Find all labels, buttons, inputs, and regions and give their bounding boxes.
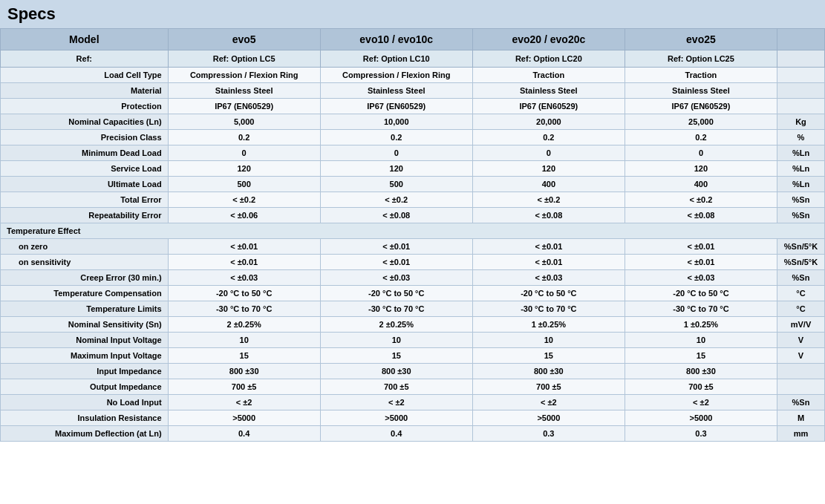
- row-unit-12: %Sn/5°K: [777, 255, 824, 270]
- row-label-20: Output Impedance: [1, 379, 169, 395]
- row-val-16-1: 2 ±0.25%: [320, 317, 472, 333]
- row-val-21-0: < ±2: [168, 395, 320, 410]
- row-val-17-2: 10: [472, 333, 625, 348]
- row-val-8-1: < ±0.2: [320, 192, 472, 208]
- row-val-15-2: -30 °C to 70 °C: [472, 301, 625, 317]
- row-val-17-1: 10: [320, 333, 472, 348]
- col-evo20-header: evo20 / evo20c: [472, 29, 625, 50]
- row-unit-6: %Ln: [777, 161, 824, 177]
- row-val-5-1: 0: [320, 145, 472, 161]
- col-evo5-header: evo5: [168, 29, 320, 50]
- col-evo10-header: evo10 / evo10c: [320, 29, 472, 50]
- row-unit-23: mm: [777, 426, 824, 442]
- row-unit-0: [777, 68, 824, 83]
- row-val-20-1: 700 ±5: [320, 379, 472, 395]
- row-label-21: No Load Input: [1, 395, 169, 410]
- row-val-1-2: Stainless Steel: [472, 83, 625, 99]
- row-val-15-0: -30 °C to 70 °C: [168, 301, 320, 317]
- ref-lc25-header: Ref: Option LC25: [625, 50, 777, 68]
- row-label-13: Creep Error (30 min.): [1, 270, 169, 286]
- row-val-14-0: -20 °C to 50 °C: [168, 286, 320, 301]
- row-val-13-3: < ±0.03: [625, 270, 777, 286]
- row-val-1-1: Stainless Steel: [320, 83, 472, 99]
- row-label-17: Nominal Input Voltage: [1, 333, 169, 348]
- row-val-19-0: 800 ±30: [168, 364, 320, 379]
- row-val-4-0: 0.2: [168, 130, 320, 145]
- col-evo25-header: evo25: [625, 29, 777, 50]
- row-val-11-2: < ±0.01: [472, 239, 625, 255]
- unit-header-empty: [777, 29, 824, 50]
- row-val-7-0: 500: [168, 177, 320, 192]
- row-val-18-3: 15: [625, 348, 777, 364]
- row-val-13-1: < ±0.03: [320, 270, 472, 286]
- row-label-2: Protection: [1, 99, 169, 114]
- row-val-20-2: 700 ±5: [472, 379, 625, 395]
- row-val-2-0: IP67 (EN60529): [168, 99, 320, 114]
- row-unit-20: [777, 379, 824, 395]
- row-val-17-0: 10: [168, 333, 320, 348]
- row-val-18-0: 15: [168, 348, 320, 364]
- row-val-16-3: 1 ±0.25%: [625, 317, 777, 333]
- row-val-6-1: 120: [320, 161, 472, 177]
- row-val-4-2: 0.2: [472, 130, 625, 145]
- row-val-3-0: 5,000: [168, 114, 320, 130]
- row-val-12-2: < ±0.01: [472, 255, 625, 270]
- row-label-12: on sensitivity: [1, 255, 169, 270]
- row-val-14-2: -20 °C to 50 °C: [472, 286, 625, 301]
- row-label-14: Temperature Compensation: [1, 286, 169, 301]
- section-label-10: Temperature Effect: [1, 223, 825, 239]
- row-val-12-1: < ±0.01: [320, 255, 472, 270]
- row-label-18: Maximum Input Voltage: [1, 348, 169, 364]
- ref-lc5-header: Ref: Option LC5: [168, 50, 320, 68]
- row-val-11-3: < ±0.01: [625, 239, 777, 255]
- row-val-19-2: 800 ±30: [472, 364, 625, 379]
- row-val-14-1: -20 °C to 50 °C: [320, 286, 472, 301]
- row-val-5-3: 0: [625, 145, 777, 161]
- row-val-8-0: < ±0.2: [168, 192, 320, 208]
- row-unit-21: %Sn: [777, 395, 824, 410]
- row-val-9-0: < ±0.06: [168, 208, 320, 223]
- row-val-3-2: 20,000: [472, 114, 625, 130]
- row-val-0-0: Compression / Flexion Ring: [168, 68, 320, 83]
- row-val-16-0: 2 ±0.25%: [168, 317, 320, 333]
- ref-lc10-header: Ref: Option LC10: [320, 50, 472, 68]
- row-val-5-2: 0: [472, 145, 625, 161]
- row-val-9-3: < ±0.08: [625, 208, 777, 223]
- row-val-9-2: < ±0.08: [472, 208, 625, 223]
- row-label-9: Repeatability Error: [1, 208, 169, 223]
- row-val-11-0: < ±0.01: [168, 239, 320, 255]
- unit-subheader-empty: [777, 50, 824, 68]
- row-unit-14: °C: [777, 286, 824, 301]
- row-label-11: on zero: [1, 239, 169, 255]
- row-val-7-1: 500: [320, 177, 472, 192]
- row-val-0-3: Traction: [625, 68, 777, 83]
- row-val-1-3: Stainless Steel: [625, 83, 777, 99]
- row-unit-16: mV/V: [777, 317, 824, 333]
- row-val-0-1: Compression / Flexion Ring: [320, 68, 472, 83]
- row-label-8: Total Error: [1, 192, 169, 208]
- row-val-15-3: -30 °C to 70 °C: [625, 301, 777, 317]
- row-val-12-0: < ±0.01: [168, 255, 320, 270]
- row-unit-15: °C: [777, 301, 824, 317]
- ref-header: Ref:: [1, 50, 169, 68]
- row-label-16: Nominal Sensitivity (Sn): [1, 317, 169, 333]
- row-val-6-0: 120: [168, 161, 320, 177]
- row-label-1: Material: [1, 83, 169, 99]
- row-unit-13: %Sn: [777, 270, 824, 286]
- row-val-6-2: 120: [472, 161, 625, 177]
- row-val-21-3: < ±2: [625, 395, 777, 410]
- row-val-22-1: >5000: [320, 410, 472, 426]
- row-val-4-1: 0.2: [320, 130, 472, 145]
- row-label-15: Temperature Limits: [1, 301, 169, 317]
- row-val-13-2: < ±0.03: [472, 270, 625, 286]
- row-val-19-3: 800 ±30: [625, 364, 777, 379]
- row-unit-5: %Ln: [777, 145, 824, 161]
- row-val-21-1: < ±2: [320, 395, 472, 410]
- row-label-7: Ultimate Load: [1, 177, 169, 192]
- row-val-6-3: 120: [625, 161, 777, 177]
- row-unit-22: M: [777, 410, 824, 426]
- row-unit-7: %Ln: [777, 177, 824, 192]
- row-val-17-3: 10: [625, 333, 777, 348]
- row-label-3: Nominal Capacities (Ln): [1, 114, 169, 130]
- row-label-0: Load Cell Type: [1, 68, 169, 83]
